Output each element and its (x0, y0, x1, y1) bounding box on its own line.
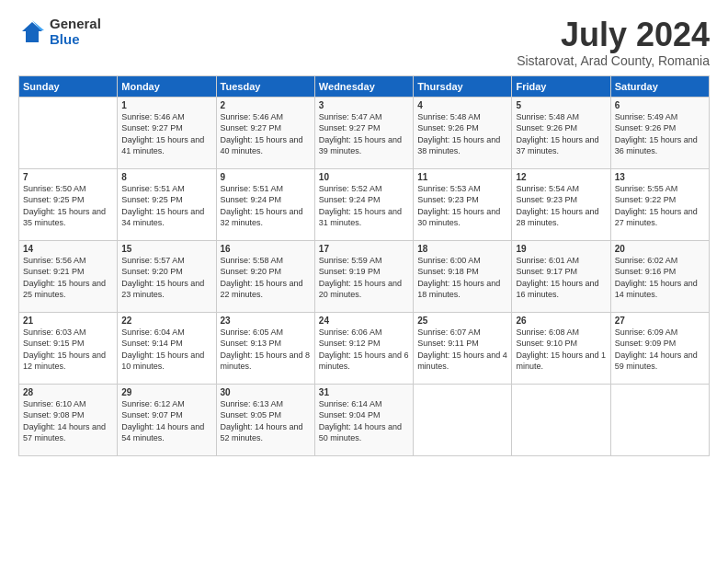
day-number: 1 (121, 100, 211, 110)
cell-info: Sunrise: 6:06 AMSunset: 9:12 PMDaylight:… (319, 327, 409, 372)
day-number: 15 (121, 244, 211, 254)
logo-icon (18, 18, 46, 46)
week-row-3: 21Sunrise: 6:03 AMSunset: 9:15 PMDayligh… (19, 312, 710, 384)
th-sunday: Sunday (19, 75, 118, 97)
header-row: Sunday Monday Tuesday Wednesday Thursday… (19, 75, 710, 97)
cell-w3-d2: 23Sunrise: 6:05 AMSunset: 9:13 PMDayligh… (216, 312, 314, 384)
cell-info: Sunrise: 6:13 AMSunset: 9:05 PMDaylight:… (221, 399, 303, 443)
day-number: 18 (417, 244, 507, 254)
cell-info: Sunrise: 6:07 AMSunset: 9:11 PMDaylight:… (417, 327, 507, 372)
cell-w4-d6 (610, 384, 709, 455)
day-number: 16 (221, 244, 311, 254)
cell-w1-d5: 12Sunrise: 5:54 AMSunset: 9:23 PMDayligh… (512, 168, 610, 240)
day-number: 28 (23, 387, 113, 397)
day-number: 3 (319, 100, 409, 110)
calendar-page: General Blue July 2024 Sistarovat, Arad … (0, 0, 728, 563)
cell-info: Sunrise: 5:56 AMSunset: 9:21 PMDaylight:… (23, 256, 106, 300)
day-number: 12 (516, 172, 606, 182)
cell-w3-d1: 22Sunrise: 6:04 AMSunset: 9:14 PMDayligh… (118, 312, 216, 384)
cell-w4-d1: 29Sunrise: 6:12 AMSunset: 9:07 PMDayligh… (118, 384, 216, 455)
week-row-0: 1Sunrise: 5:46 AMSunset: 9:27 PMDaylight… (19, 97, 710, 168)
main-title: July 2024 (517, 17, 710, 53)
cell-w0-d0 (19, 97, 118, 168)
cell-info: Sunrise: 5:59 AMSunset: 9:19 PMDaylight:… (319, 256, 402, 300)
cell-w2-d4: 18Sunrise: 6:00 AMSunset: 9:18 PMDayligh… (414, 240, 512, 312)
day-number: 30 (221, 387, 311, 397)
day-number: 2 (221, 100, 311, 110)
cell-info: Sunrise: 5:57 AMSunset: 9:20 PMDaylight:… (121, 256, 204, 300)
calendar-table: Sunday Monday Tuesday Wednesday Thursday… (18, 75, 710, 456)
cell-w1-d0: 7Sunrise: 5:50 AMSunset: 9:25 PMDaylight… (19, 168, 118, 240)
day-number: 14 (23, 244, 113, 254)
svg-marker-0 (22, 22, 42, 42)
cell-info: Sunrise: 6:08 AMSunset: 9:10 PMDaylight:… (516, 327, 606, 372)
cell-info: Sunrise: 5:48 AMSunset: 9:26 PMDaylight:… (516, 112, 598, 156)
cell-info: Sunrise: 6:05 AMSunset: 9:13 PMDaylight:… (221, 327, 311, 372)
day-number: 24 (319, 316, 409, 326)
day-number: 9 (221, 172, 311, 182)
cell-w1-d2: 9Sunrise: 5:51 AMSunset: 9:24 PMDaylight… (216, 168, 314, 240)
cell-w0-d6: 6Sunrise: 5:49 AMSunset: 9:26 PMDaylight… (610, 97, 709, 168)
title-block: July 2024 Sistarovat, Arad County, Roman… (517, 17, 710, 68)
cell-w1-d3: 10Sunrise: 5:52 AMSunset: 9:24 PMDayligh… (314, 168, 413, 240)
cell-w1-d6: 13Sunrise: 5:55 AMSunset: 9:22 PMDayligh… (610, 168, 709, 240)
header: General Blue July 2024 Sistarovat, Arad … (18, 17, 710, 68)
cell-w1-d4: 11Sunrise: 5:53 AMSunset: 9:23 PMDayligh… (414, 168, 512, 240)
th-tuesday: Tuesday (216, 75, 314, 97)
day-number: 5 (516, 100, 606, 110)
day-number: 25 (417, 316, 507, 326)
cell-info: Sunrise: 5:46 AMSunset: 9:27 PMDaylight:… (121, 112, 204, 156)
th-wednesday: Wednesday (314, 75, 413, 97)
cell-info: Sunrise: 6:00 AMSunset: 9:18 PMDaylight:… (417, 256, 500, 300)
cell-info: Sunrise: 6:04 AMSunset: 9:14 PMDaylight:… (121, 327, 204, 372)
cell-info: Sunrise: 5:58 AMSunset: 9:20 PMDaylight:… (221, 256, 303, 300)
cell-w0-d2: 2Sunrise: 5:46 AMSunset: 9:27 PMDaylight… (216, 97, 314, 168)
cell-w2-d1: 15Sunrise: 5:57 AMSunset: 9:20 PMDayligh… (118, 240, 216, 312)
th-saturday: Saturday (610, 75, 709, 97)
cell-info: Sunrise: 5:55 AMSunset: 9:22 PMDaylight:… (615, 184, 698, 228)
logo-text: General Blue (50, 17, 101, 47)
cell-w0-d3: 3Sunrise: 5:47 AMSunset: 9:27 PMDaylight… (314, 97, 413, 168)
cell-w4-d5 (512, 384, 610, 455)
week-row-1: 7Sunrise: 5:50 AMSunset: 9:25 PMDaylight… (19, 168, 710, 240)
cell-info: Sunrise: 6:02 AMSunset: 9:16 PMDaylight:… (615, 256, 698, 300)
day-number: 13 (615, 172, 705, 182)
day-number: 10 (319, 172, 409, 182)
cell-info: Sunrise: 6:09 AMSunset: 9:09 PMDaylight:… (615, 327, 698, 372)
week-row-2: 14Sunrise: 5:56 AMSunset: 9:21 PMDayligh… (19, 240, 710, 312)
logo: General Blue (18, 17, 101, 47)
day-number: 8 (121, 172, 211, 182)
day-number: 7 (23, 172, 113, 182)
th-friday: Friday (512, 75, 610, 97)
cell-w4-d0: 28Sunrise: 6:10 AMSunset: 9:08 PMDayligh… (19, 384, 118, 455)
subtitle: Sistarovat, Arad County, Romania (517, 53, 710, 68)
cell-w4-d2: 30Sunrise: 6:13 AMSunset: 9:05 PMDayligh… (216, 384, 314, 455)
day-number: 20 (615, 244, 705, 254)
day-number: 31 (319, 387, 409, 397)
day-number: 17 (319, 244, 409, 254)
cell-w1-d1: 8Sunrise: 5:51 AMSunset: 9:25 PMDaylight… (118, 168, 216, 240)
cell-w2-d6: 20Sunrise: 6:02 AMSunset: 9:16 PMDayligh… (610, 240, 709, 312)
cell-w3-d3: 24Sunrise: 6:06 AMSunset: 9:12 PMDayligh… (314, 312, 413, 384)
cell-w2-d5: 19Sunrise: 6:01 AMSunset: 9:17 PMDayligh… (512, 240, 610, 312)
week-row-4: 28Sunrise: 6:10 AMSunset: 9:08 PMDayligh… (19, 384, 710, 455)
cell-w0-d5: 5Sunrise: 5:48 AMSunset: 9:26 PMDaylight… (512, 97, 610, 168)
cell-info: Sunrise: 5:48 AMSunset: 9:26 PMDaylight:… (417, 112, 500, 156)
cell-w3-d4: 25Sunrise: 6:07 AMSunset: 9:11 PMDayligh… (414, 312, 512, 384)
cell-info: Sunrise: 5:46 AMSunset: 9:27 PMDaylight:… (221, 112, 303, 156)
day-number: 22 (121, 316, 211, 326)
day-number: 6 (615, 100, 705, 110)
day-number: 27 (615, 316, 705, 326)
cell-info: Sunrise: 6:14 AMSunset: 9:04 PMDaylight:… (319, 399, 402, 443)
cell-w2-d2: 16Sunrise: 5:58 AMSunset: 9:20 PMDayligh… (216, 240, 314, 312)
cell-info: Sunrise: 5:47 AMSunset: 9:27 PMDaylight:… (319, 112, 402, 156)
day-number: 21 (23, 316, 113, 326)
th-thursday: Thursday (414, 75, 512, 97)
cell-w4-d3: 31Sunrise: 6:14 AMSunset: 9:04 PMDayligh… (314, 384, 413, 455)
cell-info: Sunrise: 5:50 AMSunset: 9:25 PMDaylight:… (23, 184, 106, 228)
day-number: 11 (417, 172, 507, 182)
day-number: 19 (516, 244, 606, 254)
day-number: 23 (221, 316, 311, 326)
day-number: 26 (516, 316, 606, 326)
cell-w3-d6: 27Sunrise: 6:09 AMSunset: 9:09 PMDayligh… (610, 312, 709, 384)
